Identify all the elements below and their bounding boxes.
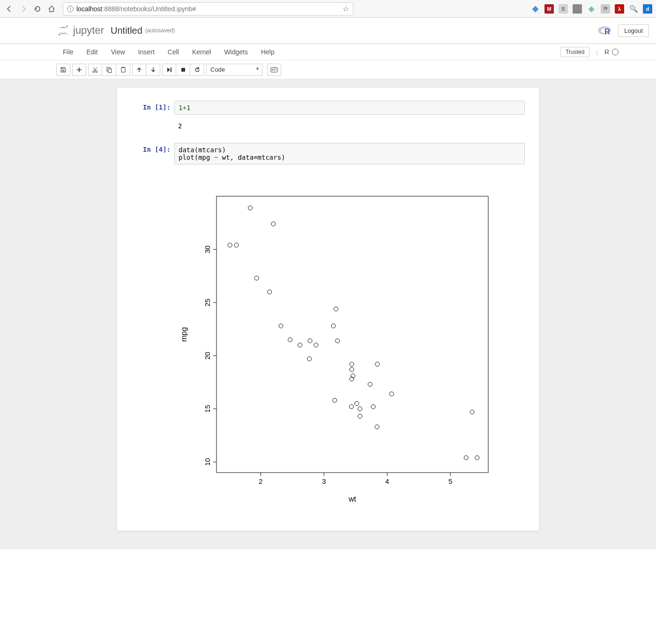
menubar: FileEditViewInsertCellKernelWidgetsHelp … <box>0 44 656 60</box>
svg-point-61 <box>288 338 292 342</box>
svg-text:5: 5 <box>448 477 452 485</box>
ext-icon-9[interactable]: d <box>643 4 652 14</box>
menu-insert[interactable]: Insert <box>132 45 161 59</box>
svg-point-56 <box>475 456 479 460</box>
save-button[interactable] <box>56 64 70 76</box>
command-palette-button[interactable] <box>267 64 281 76</box>
svg-point-68 <box>228 243 232 247</box>
home-button[interactable] <box>46 3 57 15</box>
url-text: localhost:8888/notebooks/Untitled.ipynb# <box>76 5 340 13</box>
svg-point-65 <box>375 362 380 366</box>
autosave-status: (autosaved) <box>145 27 175 34</box>
back-button[interactable] <box>4 3 15 15</box>
svg-text:10: 10 <box>203 458 211 466</box>
svg-rect-12 <box>171 67 171 72</box>
svg-text:30: 30 <box>203 245 211 253</box>
move-up-button[interactable] <box>132 64 146 76</box>
svg-rect-20 <box>216 196 488 473</box>
copy-button[interactable] <box>102 64 116 76</box>
url-bar[interactable]: i localhost:8888/notebooks/Untitled.ipyn… <box>63 2 353 15</box>
input-prompt: In [1]: <box>123 101 174 115</box>
move-down-button[interactable] <box>146 64 160 76</box>
kernel-name: R <box>604 48 609 56</box>
menu-cell[interactable]: Cell <box>161 45 186 59</box>
menu-file[interactable]: File <box>56 45 80 59</box>
star-icon[interactable]: ☆ <box>343 4 349 13</box>
ext-icon-6[interactable]: ⟳ <box>601 4 610 14</box>
svg-rect-9 <box>108 69 112 73</box>
forward-button[interactable] <box>18 3 29 15</box>
browser-chrome: i localhost:8888/notebooks/Untitled.ipyn… <box>0 0 656 18</box>
svg-text:25: 25 <box>203 299 211 307</box>
ext-icon-4[interactable] <box>573 4 582 14</box>
trusted-indicator[interactable]: Trusted <box>560 47 589 57</box>
kernel-indicator[interactable]: R <box>604 48 619 56</box>
svg-point-52 <box>389 392 394 396</box>
ext-icon-7[interactable]: λ <box>615 4 624 14</box>
svg-point-1 <box>59 34 60 36</box>
jupyter-logo[interactable]: jupyter <box>56 23 104 37</box>
svg-text:15: 15 <box>203 405 211 413</box>
ext-icon-3[interactable]: S <box>559 4 568 14</box>
notebook-area: In [1]: 1+1 2 In [4]: data(mtcars) plot(… <box>117 88 539 531</box>
logout-button[interactable]: Logout <box>618 24 649 37</box>
svg-point-57 <box>470 410 474 414</box>
notebook-title[interactable]: Untitled <box>111 25 142 36</box>
svg-text:2: 2 <box>259 477 262 485</box>
code-cell[interactable]: In [1]: 1+1 <box>117 99 539 117</box>
output-cell: 23451015202530wtmpg <box>117 166 539 512</box>
svg-point-0 <box>67 25 68 27</box>
notebook-header: jupyter Untitled (autosaved) R Logout <box>0 18 656 44</box>
svg-point-54 <box>371 405 375 409</box>
jupyter-logo-icon <box>56 23 70 37</box>
svg-rect-10 <box>121 67 125 72</box>
menu-edit[interactable]: Edit <box>80 45 104 59</box>
cut-button[interactable] <box>88 64 102 76</box>
svg-point-45 <box>350 367 354 371</box>
celltype-select[interactable]: Code <box>206 64 262 76</box>
svg-point-44 <box>335 339 340 343</box>
svg-point-42 <box>314 343 318 347</box>
svg-rect-14 <box>271 67 277 72</box>
svg-point-41 <box>298 343 302 347</box>
svg-point-58 <box>271 222 276 226</box>
output-text: 2 <box>174 118 525 133</box>
svg-rect-13 <box>181 68 185 72</box>
svg-rect-15 <box>272 69 273 69</box>
menu-widgets[interactable]: Widgets <box>217 45 254 59</box>
menu-kernel[interactable]: Kernel <box>186 45 217 59</box>
add-cell-button[interactable] <box>72 64 86 76</box>
svg-point-67 <box>268 290 272 294</box>
info-icon: i <box>67 6 74 12</box>
svg-rect-19 <box>276 69 276 69</box>
svg-point-62 <box>355 401 359 406</box>
ext-icon-5[interactable]: ◈ <box>587 4 596 14</box>
svg-point-7 <box>96 71 97 73</box>
svg-point-72 <box>308 339 312 343</box>
reload-button[interactable] <box>32 3 43 15</box>
svg-text:mpg: mpg <box>180 327 188 341</box>
svg-point-59 <box>234 243 239 247</box>
svg-point-48 <box>334 307 338 311</box>
stop-button[interactable] <box>176 64 190 76</box>
paste-button[interactable] <box>116 64 130 76</box>
svg-point-70 <box>307 357 312 361</box>
scatter-plot: 23451015202530wtmpg <box>174 182 502 510</box>
ext-icon-1[interactable]: ◆ <box>530 4 540 14</box>
ext-icon-2[interactable]: M <box>544 4 554 14</box>
code-cell[interactable]: In [4]: data(mtcars) plot(mpg ~ wt, data… <box>117 141 539 166</box>
svg-text:20: 20 <box>203 352 211 360</box>
code-input[interactable]: data(mtcars) plot(mpg ~ wt, data=mtcars) <box>174 143 525 164</box>
svg-point-43 <box>279 324 283 328</box>
svg-point-6 <box>93 71 95 73</box>
run-button[interactable] <box>162 64 176 76</box>
ext-icon-8[interactable]: 🔍 <box>629 4 638 14</box>
menu-help[interactable]: Help <box>254 45 281 59</box>
svg-point-53 <box>368 382 372 386</box>
kernel-status-icon <box>612 49 619 55</box>
svg-point-63 <box>349 405 353 409</box>
svg-point-69 <box>333 398 337 402</box>
restart-button[interactable] <box>190 64 204 76</box>
code-input[interactable]: 1+1 <box>174 101 525 115</box>
menu-view[interactable]: View <box>104 45 132 59</box>
